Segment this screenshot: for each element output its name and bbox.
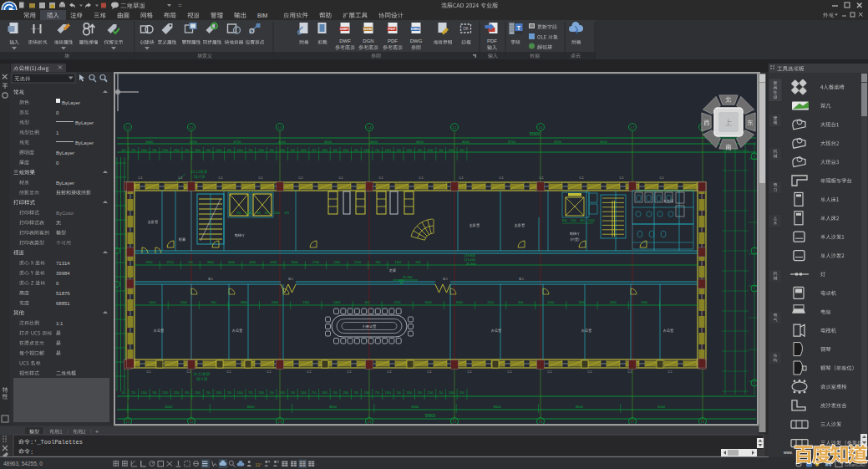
svg-text:DWF: DWF xyxy=(339,38,351,43)
svg-text:700: 700 xyxy=(291,149,296,152)
svg-text:1300: 1300 xyxy=(301,391,307,395)
svg-text:1450: 1450 xyxy=(394,261,401,264)
svg-text:700: 700 xyxy=(256,212,261,215)
svg-text:850: 850 xyxy=(580,219,585,222)
svg-text:71314: 71314 xyxy=(56,261,70,266)
svg-text:2400: 2400 xyxy=(272,301,278,304)
svg-text:1300: 1300 xyxy=(258,149,264,152)
svg-text:1400: 1400 xyxy=(150,301,156,304)
svg-text:700: 700 xyxy=(227,391,232,395)
svg-text:4000: 4000 xyxy=(249,261,256,264)
svg-text:C-1: C-1 xyxy=(539,176,543,180)
svg-text:1-4: 1-4 xyxy=(368,421,372,424)
svg-text:1200: 1200 xyxy=(180,301,187,304)
svg-text:25.300: 25.300 xyxy=(466,263,476,266)
svg-text:1100: 1100 xyxy=(274,212,280,215)
svg-text:1-6: 1-6 xyxy=(539,126,543,130)
svg-text:700: 700 xyxy=(354,149,359,152)
svg-text:C-1: C-1 xyxy=(258,176,262,180)
svg-text:1100: 1100 xyxy=(246,212,251,215)
svg-text:48963, 54255, 0: 48963, 54255, 0 xyxy=(3,461,43,466)
svg-text:2100: 2100 xyxy=(427,149,433,152)
svg-text:DWF: DWF xyxy=(340,27,348,31)
svg-text:700: 700 xyxy=(269,391,274,395)
svg-text:C-1: C-1 xyxy=(307,370,311,374)
svg-text:1-5: 1-5 xyxy=(453,126,457,130)
svg-text:6750: 6750 xyxy=(234,140,242,144)
svg-text:700: 700 xyxy=(332,391,338,395)
svg-text:1-4: 1-4 xyxy=(368,126,372,130)
svg-text:350: 350 xyxy=(236,212,241,215)
svg-text:1300: 1300 xyxy=(237,391,243,395)
svg-text:700: 700 xyxy=(188,261,193,264)
svg-text:OK: OK xyxy=(463,27,469,31)
svg-text:C-1: C-1 xyxy=(266,370,271,374)
svg-text:1300: 1300 xyxy=(216,149,221,152)
svg-text:1300: 1300 xyxy=(385,391,391,395)
svg-text:1-3: 1-3 xyxy=(278,126,282,130)
svg-text:750: 750 xyxy=(375,391,380,395)
svg-text:1210: 1210 xyxy=(487,301,494,304)
svg-text:C-1: C-1 xyxy=(667,370,672,374)
svg-text:100: 100 xyxy=(121,149,126,152)
svg-text:4000: 4000 xyxy=(228,261,235,264)
svg-text:M-1: M-1 xyxy=(288,278,293,281)
svg-text:+: + xyxy=(95,429,99,435)
svg-text:1-5: 1-5 xyxy=(453,421,457,424)
svg-text:900: 900 xyxy=(415,261,420,264)
svg-text:PDF: PDF xyxy=(388,27,396,31)
svg-text:C-1: C-1 xyxy=(507,370,511,374)
svg-text:8000: 8000 xyxy=(494,405,502,409)
svg-text:ByLayer: ByLayer xyxy=(75,140,94,145)
svg-text:1300: 1300 xyxy=(141,149,147,152)
svg-text:1300: 1300 xyxy=(302,301,309,304)
svg-text:1300: 1300 xyxy=(258,391,264,395)
svg-text:2350: 2350 xyxy=(174,391,180,395)
svg-text:700: 700 xyxy=(206,149,211,152)
svg-text:1:1: 1:1 xyxy=(56,321,63,326)
svg-text:DGN: DGN xyxy=(363,27,371,31)
svg-text:C-1: C-1 xyxy=(186,370,190,374)
svg-text:700: 700 xyxy=(354,391,359,395)
svg-text:C-1: C-1 xyxy=(218,176,222,180)
svg-text:1300: 1300 xyxy=(162,391,168,395)
svg-text:875: 875 xyxy=(265,212,270,215)
svg-text:4000: 4000 xyxy=(416,140,424,144)
svg-text:1300: 1300 xyxy=(301,149,307,152)
svg-text:1300: 1300 xyxy=(406,391,412,395)
svg-text:ByLayer: ByLayer xyxy=(56,150,74,155)
svg-text:6000: 6000 xyxy=(146,140,155,144)
svg-text::: : xyxy=(30,449,33,456)
svg-text:ByLayer: ByLayer xyxy=(62,100,80,105)
svg-text:6750: 6750 xyxy=(508,140,516,144)
svg-text:C-1: C-1 xyxy=(178,176,182,180)
svg-text:1300: 1300 xyxy=(333,261,340,264)
svg-text:750: 750 xyxy=(248,149,253,152)
svg-text:700: 700 xyxy=(152,391,157,395)
svg-text:55900: 55900 xyxy=(530,132,541,136)
svg-text:DGN: DGN xyxy=(363,38,373,43)
svg-text:M-1: M-1 xyxy=(208,278,213,281)
svg-text:51876: 51876 xyxy=(56,291,70,296)
svg-text:1300: 1300 xyxy=(364,149,370,152)
svg-text:DWG: DWG xyxy=(411,27,419,31)
svg-text:700: 700 xyxy=(206,391,211,395)
svg-text:700: 700 xyxy=(332,149,338,152)
svg-text:700: 700 xyxy=(291,391,296,395)
svg-text:8000: 8000 xyxy=(329,405,338,409)
svg-text:C-1: C-1 xyxy=(627,370,632,374)
svg-text:3400: 3400 xyxy=(579,301,586,304)
svg-text:900: 900 xyxy=(211,301,216,304)
svg-text:475: 475 xyxy=(284,212,289,215)
svg-text:3250: 3250 xyxy=(190,140,198,144)
svg-text:(21.400: (21.400 xyxy=(464,258,475,262)
svg-text:1500: 1500 xyxy=(547,301,554,304)
svg-text:1-7: 1-7 xyxy=(631,421,635,424)
svg-text:3800: 3800 xyxy=(241,301,247,304)
svg-text:350: 350 xyxy=(459,149,464,152)
svg-text:C-1: C-1 xyxy=(499,176,503,180)
svg-text:C-1: C-1 xyxy=(298,176,302,180)
svg-text:1-7: 1-7 xyxy=(631,126,635,130)
svg-text:3400: 3400 xyxy=(334,301,341,304)
svg-text:1300: 1300 xyxy=(237,149,243,152)
